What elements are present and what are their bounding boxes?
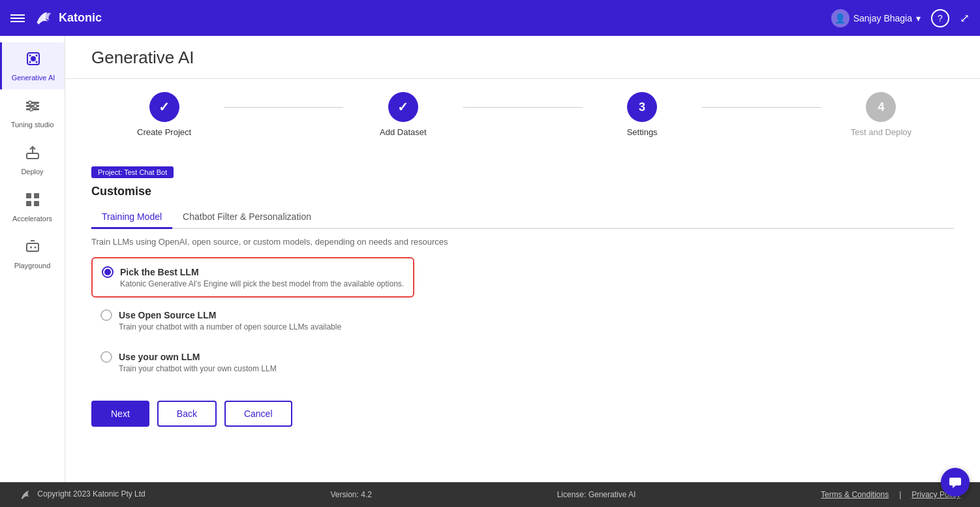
deploy-icon: [24, 144, 41, 165]
svg-rect-13: [26, 193, 31, 198]
option-row-3: Use your own LLM: [100, 351, 945, 363]
sidebar-item-accelerators[interactable]: Accelerators: [0, 183, 65, 230]
svg-rect-16: [34, 201, 39, 206]
option-row-2: Use Open Source LLM: [100, 309, 945, 321]
form-area: Project: Test Chat Bot Customise Trainin…: [65, 150, 980, 482]
accelerators-icon: [24, 191, 41, 212]
option-title-3: Use your own LLM: [119, 352, 200, 362]
svg-rect-17: [27, 243, 38, 251]
step-circle-4: 4: [866, 92, 896, 122]
cancel-button[interactable]: Cancel: [224, 401, 292, 427]
svg-point-9: [28, 101, 31, 104]
user-menu-button[interactable]: 👤 Sanjay Bhagia ▾: [831, 9, 921, 27]
footer-version: Version: 4.2: [331, 490, 372, 499]
radio-dot-2: [100, 309, 112, 321]
stepper: ✓ Create Project ✓ Add Dataset 3 Setting…: [65, 79, 980, 150]
option-row-1: Pick the Best LLM: [102, 266, 404, 278]
menu-button[interactable]: [10, 14, 25, 22]
sidebar-label-tuning-studio: Tuning studio: [11, 121, 54, 129]
terms-conditions-link[interactable]: Terms & Conditions: [821, 490, 889, 499]
next-button[interactable]: Next: [91, 401, 149, 427]
footer-links: Terms & Conditions | Privacy Policy: [821, 490, 960, 499]
section-title: Customise: [91, 185, 954, 198]
step-circle-2: ✓: [388, 92, 418, 122]
step-test-deploy: 4 Test and Deploy: [821, 92, 941, 137]
connector-1-2: [224, 107, 343, 108]
navbar-left: Katonic: [10, 8, 102, 29]
option-desc-3: Train your chatbot with your own custom …: [119, 364, 945, 373]
step-circle-3: 3: [627, 92, 657, 122]
sidebar-item-tuning-studio[interactable]: Tuning studio: [0, 89, 65, 136]
step-settings: 3 Settings: [583, 92, 702, 137]
radio-dot-3: [100, 351, 112, 363]
option-pick-best-llm[interactable]: Pick the Best LLM Katonic Generative AI'…: [91, 257, 414, 298]
step-create-project: ✓ Create Project: [104, 92, 224, 137]
option-title-2: Use Open Source LLM: [119, 310, 216, 320]
logo: Katonic: [33, 8, 102, 29]
footer: Copyright 2023 Katonic Pty Ltd Version: …: [0, 482, 980, 507]
svg-point-3: [36, 55, 38, 57]
step-number-3: 3: [639, 100, 645, 114]
option-open-source-llm[interactable]: Use Open Source LLM Train your chatbot w…: [91, 301, 954, 339]
footer-copyright: Copyright 2023 Katonic Pty Ltd: [20, 489, 145, 500]
svg-point-5: [36, 61, 38, 63]
tabs: Training Model Chatbot Filter & Personal…: [91, 206, 954, 229]
generative-ai-icon: [25, 50, 42, 71]
navbar: Katonic 👤 Sanjay Bhagia ▾ ? ⤢: [0, 0, 980, 36]
svg-rect-12: [27, 153, 38, 159]
sidebar-item-deploy[interactable]: Deploy: [0, 136, 65, 183]
expand-button[interactable]: ⤢: [960, 11, 970, 25]
playground-icon: [24, 238, 41, 259]
step-label-3: Settings: [627, 127, 658, 137]
radio-dot-1: [102, 266, 114, 278]
svg-point-2: [29, 55, 31, 57]
option-desc-2: Train your chatbot with a number of open…: [119, 322, 945, 331]
sidebar-item-playground[interactable]: Playground: [0, 230, 65, 277]
footer-license: License: Generative AI: [557, 490, 636, 499]
back-button[interactable]: Back: [157, 401, 217, 427]
button-row: Next Back Cancel: [91, 401, 954, 440]
project-badge: Project: Test Chat Bot: [91, 166, 174, 178]
sidebar-label-accelerators: Accelerators: [12, 215, 52, 223]
footer-separator: |: [899, 490, 901, 499]
logo-text: Katonic: [59, 11, 102, 25]
katonic-logo-small: [20, 489, 37, 499]
sidebar: Generative AI Tuning studio: [0, 36, 65, 482]
svg-rect-15: [26, 201, 31, 206]
chat-fab-button[interactable]: [941, 468, 970, 497]
svg-point-10: [33, 104, 37, 108]
svg-point-1: [31, 56, 36, 61]
sidebar-label-generative-ai: Generative AI: [12, 74, 55, 82]
tab-training-model[interactable]: Training Model: [91, 206, 172, 229]
user-avatar: 👤: [831, 9, 850, 27]
step-add-dataset: ✓ Add Dataset: [343, 92, 463, 137]
sidebar-item-generative-ai[interactable]: Generative AI: [0, 42, 65, 89]
step-label-1: Create Project: [137, 127, 191, 137]
option-title-1: Pick the Best LLM: [120, 267, 199, 277]
step-label-2: Add Dataset: [380, 127, 427, 137]
main-layout: Generative AI Tuning studio: [0, 36, 980, 482]
tab-description: Train LLMs using OpenAI, open source, or…: [91, 237, 954, 247]
check-icon-2: ✓: [397, 99, 408, 115]
navbar-right: 👤 Sanjay Bhagia ▾ ? ⤢: [831, 9, 970, 27]
connector-2-3: [463, 107, 582, 108]
svg-point-11: [29, 108, 33, 111]
copyright-text: Copyright 2023 Katonic Pty Ltd: [37, 489, 145, 499]
option-desc-1: Katonic Generative AI's Engine will pick…: [120, 279, 404, 288]
svg-point-4: [29, 61, 31, 63]
chevron-down-icon: ▾: [916, 13, 921, 23]
sidebar-label-playground: Playground: [14, 262, 51, 269]
tab-chatbot-filter[interactable]: Chatbot Filter & Personalization: [172, 206, 322, 229]
svg-point-18: [34, 247, 36, 249]
sidebar-label-deploy: Deploy: [21, 168, 43, 176]
step-number-4: 4: [878, 100, 884, 114]
tuning-studio-icon: [24, 97, 41, 118]
help-button[interactable]: ?: [931, 9, 949, 27]
user-name: Sanjay Bhagia: [853, 13, 912, 23]
svg-rect-14: [34, 193, 39, 198]
option-own-llm[interactable]: Use your own LLM Train your chatbot with…: [91, 343, 954, 381]
connector-3-4: [702, 107, 821, 108]
page-title: Generative AI: [91, 48, 954, 78]
check-icon-1: ✓: [159, 99, 170, 115]
content-area: Generative AI ✓ Create Project ✓ Add Dat…: [65, 36, 980, 482]
